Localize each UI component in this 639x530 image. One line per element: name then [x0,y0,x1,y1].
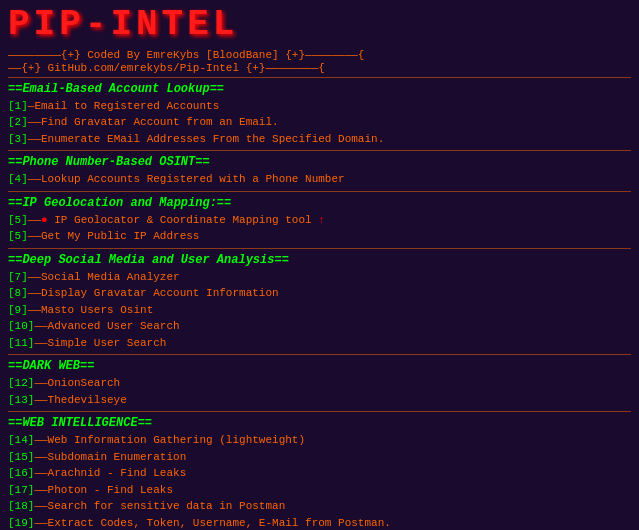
app-title: PIP-INTEL [8,5,631,45]
section-phone-header: ==Phone Number-Based OSINT== [8,155,631,169]
menu-item-8[interactable]: [8]——Display Gravatar Account Informatio… [8,285,631,302]
menu-item-5[interactable]: [5]——● IP Geolocator & Coordinate Mappin… [8,212,631,229]
menu-item-9[interactable]: [9]——Masto Users Osint [8,302,631,319]
section-email-header: ==Email-Based Account Lookup== [8,82,631,96]
menu-item-19[interactable]: [19]——Extract Codes, Token, Username, E-… [8,515,631,530]
menu-item-17[interactable]: [17]——Photon - Find Leaks [8,482,631,499]
menu-item-1[interactable]: [1]—Email to Registered Accounts [8,98,631,115]
menu-item-6[interactable]: [5]——Get My Public IP Address [8,228,631,245]
terminal-screen: PIP-INTEL ————————{+} Coded By EmreKybs … [0,0,639,530]
section-webintel-header: ==WEB INTELLIGENCE== [8,416,631,430]
menu-item-14[interactable]: [14]——Web Information Gathering (lightwe… [8,432,631,449]
divider-3 [8,248,631,249]
menu-item-12[interactable]: [12]——OnionSearch [8,375,631,392]
menu-item-10[interactable]: [10]——Advanced User Search [8,318,631,335]
divider-4 [8,354,631,355]
menu-item-7[interactable]: [7]——Social Media Analyzer [8,269,631,286]
menu-item-2[interactable]: [2]——Find Gravatar Account from an Email… [8,114,631,131]
menu-item-15[interactable]: [15]——Subdomain Enumeration [8,449,631,466]
menu-item-11[interactable]: [11]——Simple User Search [8,335,631,352]
divider-2 [8,191,631,192]
divider-top [8,77,631,78]
divider-5 [8,411,631,412]
section-darkweb-header: ==DARK WEB== [8,359,631,373]
menu-item-16[interactable]: [16]——Arachnid - Find Leaks [8,465,631,482]
section-social-header: ==Deep Social Media and User Analysis== [8,253,631,267]
section-geo-header: ==IP Geolocation and Mapping:== [8,196,631,210]
header-line-1: ————————{+} Coded By EmreKybs [BloodBane… [8,49,631,61]
menu-item-4[interactable]: [4]——Lookup Accounts Registered with a P… [8,171,631,188]
menu-item-18[interactable]: [18]——Search for sensitive data in Postm… [8,498,631,515]
menu-item-3[interactable]: [3]——Enumerate EMail Addresses From the … [8,131,631,148]
divider-1 [8,150,631,151]
menu-item-13[interactable]: [13]——Thedevilseye [8,392,631,409]
header-line-2: ——{+} GitHub.com/emrekybs/Pip-Intel {+}—… [8,62,631,74]
